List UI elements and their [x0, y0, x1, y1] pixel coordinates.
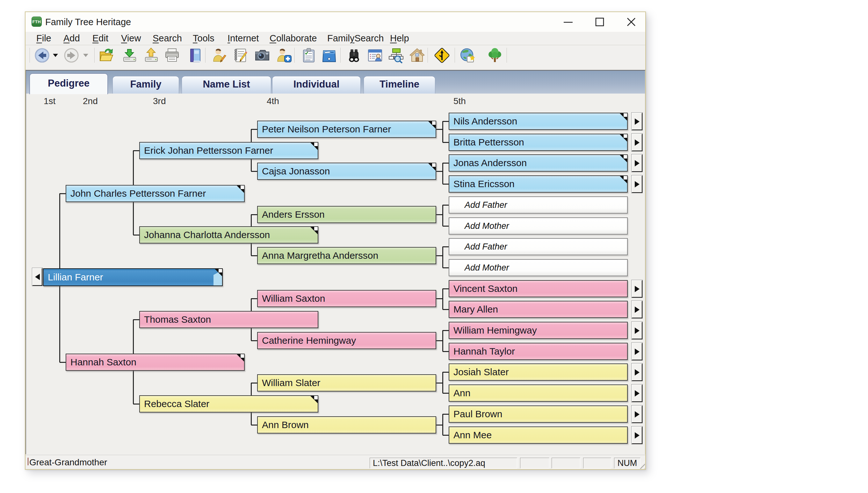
expand-ancestors-button[interactable] [631, 154, 642, 172]
person-box[interactable]: Anna Margretha Andersson [257, 247, 436, 264]
home-person-button[interactable] [409, 47, 425, 63]
person-box[interactable]: Hannah Saxton [66, 353, 245, 371]
person-box[interactable]: Lillian Farner [43, 268, 223, 286]
edit-person-button[interactable] [211, 47, 227, 63]
person-box[interactable]: Ann Brown [257, 416, 436, 433]
expand-ancestors-button[interactable] [631, 113, 642, 130]
expand-ancestors-button[interactable] [631, 343, 642, 360]
person-box[interactable]: William Slater [257, 374, 436, 391]
expand-ancestors-button[interactable] [631, 280, 642, 298]
expand-ancestors-button[interactable] [631, 301, 642, 318]
person-box[interactable]: Jonas Andersson [449, 154, 628, 172]
export-button[interactable] [143, 47, 159, 63]
back-history-dropdown[interactable] [52, 47, 59, 63]
notes-button[interactable] [232, 47, 248, 63]
sources-button[interactable] [321, 47, 337, 63]
expand-ancestors-button[interactable] [631, 363, 642, 381]
person-box[interactable]: Erick Johan Pettersson Farner [139, 142, 318, 159]
person-box[interactable]: Ann Mee [449, 427, 628, 444]
import-icon [122, 47, 138, 63]
menu-familysearch[interactable]: FamilySearch [327, 32, 384, 45]
person-box[interactable]: Johanna Charlotta Andersson [139, 226, 318, 243]
add-parent-box[interactable]: Add Mother [449, 259, 628, 276]
title-bar[interactable]: FTH Family Tree Heritage [25, 12, 645, 32]
add-person-button[interactable] [276, 47, 292, 63]
web-search-button[interactable] [460, 47, 476, 63]
person-box[interactable]: Hannah Taylor [449, 343, 628, 360]
person-box[interactable]: Thomas Saxton [139, 311, 318, 328]
person-box[interactable]: Vincent Saxton [449, 280, 628, 297]
book-report-button[interactable] [187, 47, 203, 63]
forward-history-dropdown[interactable] [82, 47, 89, 63]
menu-bar: FileAddEditViewSearchToolsInternetCollab… [25, 32, 645, 45]
minimize-button[interactable] [558, 12, 579, 32]
relationship-label: Great-Grandmother [29, 455, 107, 469]
expand-ancestors-button[interactable] [631, 406, 642, 423]
menu-view[interactable]: View [121, 32, 141, 45]
expand-ancestors-button[interactable] [631, 427, 642, 444]
tree-chart-button[interactable] [388, 47, 404, 63]
window-title: Family Tree Heritage [45, 12, 131, 32]
search-button[interactable] [346, 47, 362, 63]
menu-edit[interactable]: Edit [93, 32, 108, 45]
family-tree-button[interactable] [487, 47, 503, 63]
tab-individual[interactable]: Individual [272, 76, 361, 93]
menu-help[interactable]: Help [390, 32, 409, 45]
menu-tools[interactable]: Tools [193, 32, 215, 45]
person-name: Hannah Saxton [70, 354, 136, 370]
right-arrow-icon [635, 411, 640, 417]
back-button[interactable] [34, 47, 50, 63]
person-name: Anders Ersson [262, 207, 325, 222]
person-box[interactable]: Peter Neilson Peterson Farner [257, 121, 436, 138]
expand-ancestors-button[interactable] [631, 134, 642, 151]
person-box[interactable]: Paul Brown [449, 406, 628, 423]
person-box[interactable]: Josiah Slater [449, 363, 628, 381]
import-button[interactable] [122, 47, 138, 63]
add-parent-box[interactable]: Add Father [449, 196, 628, 214]
person-box[interactable]: Catherine Hemingway [257, 332, 436, 349]
minimize-icon [563, 17, 573, 27]
maximize-icon [595, 17, 604, 27]
menu-internet[interactable]: Internet [227, 32, 259, 45]
photos-button[interactable] [254, 47, 270, 63]
clipboard-icon [301, 47, 317, 63]
menu-search[interactable]: Search [153, 32, 182, 45]
person-box[interactable]: William Hemingway [449, 322, 628, 339]
menu-file[interactable]: File [36, 32, 51, 45]
forward-button[interactable] [63, 47, 79, 63]
menu-collaborate[interactable]: Collaborate [269, 32, 317, 45]
maximize-button[interactable] [589, 12, 610, 32]
individual-summary-button[interactable] [367, 47, 383, 63]
note-fold-notch [219, 269, 222, 273]
person-box[interactable]: John Charles Pettersson Farner [66, 185, 245, 202]
tab-timeline[interactable]: Timeline [364, 76, 435, 93]
add-parent-box[interactable]: Add Father [449, 238, 628, 255]
expand-ancestors-button[interactable] [631, 175, 642, 193]
menu-add[interactable]: Add [63, 32, 80, 45]
toolbar-separator [340, 48, 341, 63]
person-box[interactable]: Britta Pettersson [449, 134, 628, 151]
print-button[interactable] [164, 47, 180, 63]
navigate-descendants-button[interactable] [32, 268, 42, 286]
person-box[interactable]: Cajsa Jonasson [257, 163, 436, 180]
tab-pedigree[interactable]: Pedigree [29, 73, 108, 94]
tab-name-list[interactable]: Name List [182, 76, 271, 93]
person-box[interactable]: Anders Ersson [257, 206, 436, 223]
open-file-button[interactable] [99, 47, 115, 63]
tab-family[interactable]: Family [113, 76, 179, 93]
notes-icon [232, 47, 248, 63]
merge-button[interactable] [434, 47, 450, 63]
person-box[interactable]: Stina Ericsson [449, 175, 628, 193]
person-box[interactable]: William Saxton [257, 290, 436, 307]
person-box[interactable]: Ann [449, 384, 628, 402]
add-parent-box[interactable]: Add Mother [449, 217, 628, 235]
person-box[interactable]: Rebecca Slater [139, 395, 318, 412]
tasks-button[interactable] [301, 47, 317, 63]
person-name: Paul Brown [453, 406, 502, 422]
close-button[interactable] [621, 12, 642, 32]
person-box[interactable]: Nils Andersson [449, 113, 628, 130]
expand-ancestors-button[interactable] [631, 322, 642, 339]
expand-ancestors-button[interactable] [631, 384, 642, 402]
person-box[interactable]: Mary Allen [449, 301, 628, 318]
tab-label: Name List [182, 79, 271, 90]
